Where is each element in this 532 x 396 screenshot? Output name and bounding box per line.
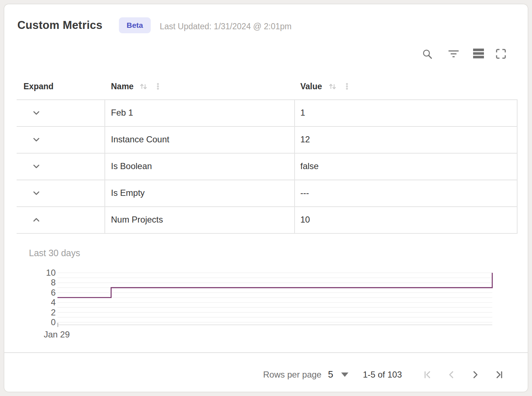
chevron-down-icon	[31, 135, 41, 145]
chevron-left-icon	[446, 369, 457, 380]
metric-value-cell: false	[300, 153, 514, 180]
metric-name-cell: Instance Count	[111, 126, 292, 153]
y-axis-tick-label: 8	[25, 277, 56, 288]
page-title: Custom Metrics	[17, 19, 102, 32]
expand-row-button[interactable]	[28, 158, 44, 174]
expand-row-button[interactable]	[28, 185, 44, 201]
next-page-button[interactable]	[467, 367, 483, 383]
chevron-up-icon	[31, 215, 41, 225]
fullscreen-icon	[495, 48, 507, 60]
pagination-range: 1-5 of 103	[363, 370, 402, 380]
first-page-button[interactable]	[420, 367, 436, 383]
rows-per-page-label: Rows per page	[263, 370, 321, 380]
density-button[interactable]	[471, 46, 486, 61]
filter-button[interactable]	[446, 46, 462, 62]
sort-icon[interactable]	[139, 82, 148, 91]
metric-name-cell: Feb 1	[111, 99, 292, 126]
search-button[interactable]	[419, 46, 435, 62]
expand-row-button[interactable]	[28, 132, 44, 147]
metric-value-cell: 1	[300, 99, 514, 126]
previous-page-button[interactable]	[443, 367, 459, 383]
y-axis-tick-label: 2	[25, 307, 56, 318]
pagination-footer: Rows per page 5 1-5 of 103	[4, 352, 528, 392]
metric-value-cell: ---	[300, 180, 514, 206]
chart-x-axis-label: Jan 29	[35, 330, 78, 340]
filter-icon	[447, 48, 460, 60]
metric-value-cell: 12	[300, 126, 514, 153]
last-updated-text: Last Updated: 1/31/2024 @ 2:01pm	[160, 22, 292, 31]
chevron-right-icon	[470, 369, 481, 380]
num-projects-step-chart	[57, 273, 495, 331]
column-header-expand: Expand	[23, 78, 53, 95]
y-axis-tick-label: 4	[25, 297, 56, 307]
first-page-icon	[422, 369, 433, 380]
expand-row-button[interactable]	[28, 105, 44, 121]
chevron-down-icon	[31, 162, 41, 171]
fullscreen-button[interactable]	[493, 46, 509, 62]
column-header-name[interactable]: Name	[111, 78, 134, 95]
sort-icon[interactable]	[328, 82, 337, 91]
column-menu-icon[interactable]	[153, 82, 163, 91]
metric-name-cell: Num Projects	[111, 206, 292, 233]
y-axis-tick-label: 6	[25, 288, 56, 298]
dropdown-arrow-icon	[341, 373, 348, 377]
rows-per-page-value: 5	[328, 369, 333, 380]
column-menu-icon[interactable]	[342, 82, 352, 91]
last-page-button[interactable]	[491, 367, 507, 383]
chevron-down-icon	[31, 108, 41, 118]
metric-name-cell: Is Boolean	[111, 153, 292, 180]
rows-per-page-select[interactable]: 5	[328, 369, 348, 380]
y-axis-tick-label: 0	[25, 317, 56, 327]
last-page-icon	[494, 369, 505, 380]
metric-value-cell: 10	[300, 206, 514, 233]
y-axis-tick-label: 10	[25, 268, 56, 278]
density-icon	[473, 48, 484, 59]
beta-badge: Beta	[119, 17, 151, 33]
chevron-down-icon	[31, 188, 41, 198]
metric-name-cell: Is Empty	[111, 180, 292, 206]
search-icon	[421, 48, 433, 60]
column-header-value[interactable]: Value	[300, 78, 322, 95]
collapse-row-button[interactable]	[28, 212, 44, 228]
custom-metrics-card: Custom Metrics Beta Last Updated: 1/31/2…	[4, 4, 528, 392]
chart-title: Last 30 days	[29, 248, 80, 258]
